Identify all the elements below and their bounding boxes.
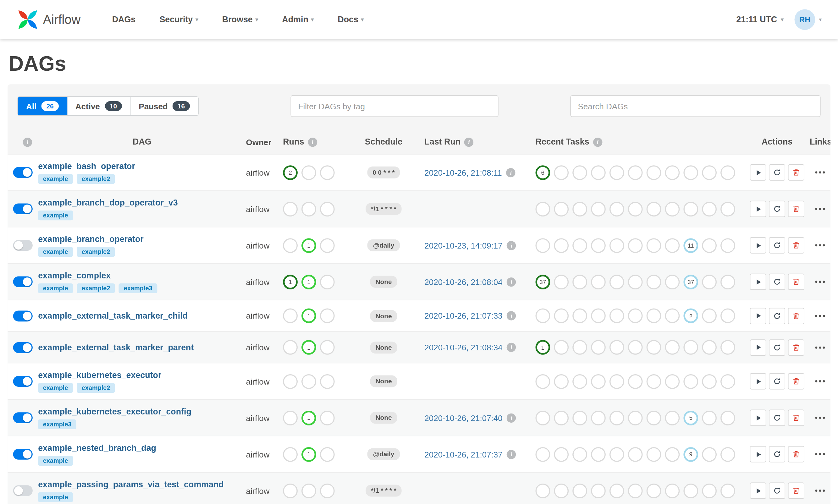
task-status-circle[interactable] (702, 374, 717, 389)
run-status-circle[interactable]: 1 (301, 274, 316, 289)
task-status-circle[interactable] (646, 165, 661, 180)
delete-dag-button[interactable] (788, 373, 804, 390)
task-status-circle[interactable] (702, 165, 717, 180)
schedule-badge[interactable]: None (370, 412, 397, 424)
run-status-circle[interactable] (283, 340, 298, 355)
run-status-circle[interactable]: 1 (283, 274, 298, 289)
task-status-circle[interactable] (591, 410, 606, 425)
task-status-circle[interactable] (702, 340, 717, 355)
task-status-circle[interactable] (572, 309, 587, 323)
task-status-circle[interactable] (536, 238, 550, 253)
task-status-circle[interactable] (646, 309, 661, 323)
task-status-circle[interactable] (628, 238, 643, 253)
task-status-circle[interactable] (572, 165, 587, 180)
task-status-circle[interactable] (554, 374, 569, 389)
run-status-circle[interactable] (320, 201, 335, 216)
task-status-circle[interactable] (665, 340, 680, 355)
run-status-circle[interactable] (320, 374, 335, 389)
refresh-dag-button[interactable] (769, 373, 785, 390)
trigger-dag-button[interactable] (750, 164, 766, 181)
task-status-circle[interactable] (720, 165, 735, 180)
task-status-circle[interactable] (628, 447, 643, 462)
nav-item-browse[interactable]: Browse▾ (222, 15, 258, 24)
dag-tag[interactable]: example2 (77, 247, 115, 256)
task-status-circle[interactable] (646, 340, 661, 355)
links-menu[interactable] (814, 204, 826, 213)
run-status-circle[interactable]: 1 (301, 447, 316, 462)
dag-tag[interactable]: example (38, 247, 73, 256)
task-status-circle[interactable] (591, 238, 606, 253)
task-status-circle[interactable] (554, 410, 569, 425)
task-status-circle[interactable]: 37 (536, 274, 550, 289)
refresh-dag-button[interactable] (769, 308, 785, 324)
run-status-circle[interactable] (283, 410, 298, 425)
delete-dag-button[interactable] (788, 164, 804, 181)
dag-pause-toggle[interactable] (13, 276, 33, 287)
dag-tag[interactable]: example (38, 174, 73, 183)
dag-tag[interactable]: example2 (77, 174, 115, 183)
task-status-circle[interactable]: 37 (683, 274, 698, 289)
task-status-circle[interactable] (720, 447, 735, 462)
task-status-circle[interactable] (591, 309, 606, 323)
filter-tab-active[interactable]: Active10 (67, 97, 130, 115)
task-status-circle[interactable]: 2 (683, 309, 698, 323)
schedule-badge[interactable]: @daily (368, 239, 399, 251)
task-status-circle[interactable] (554, 309, 569, 323)
task-status-circle[interactable] (720, 374, 735, 389)
run-status-circle[interactable] (320, 447, 335, 462)
schedule-badge[interactable]: None (370, 341, 397, 353)
refresh-dag-button[interactable] (769, 164, 785, 181)
schedule-badge[interactable]: 0 0 * * * (367, 166, 400, 179)
dag-tag[interactable]: example (38, 492, 73, 502)
trigger-dag-button[interactable] (750, 308, 766, 324)
task-status-circle[interactable] (720, 340, 735, 355)
task-status-circle[interactable] (536, 374, 550, 389)
task-status-circle[interactable] (628, 374, 643, 389)
task-status-circle[interactable] (646, 447, 661, 462)
nav-item-security[interactable]: Security▾ (159, 15, 198, 24)
task-status-circle[interactable] (554, 274, 569, 289)
dag-pause-toggle[interactable] (13, 412, 33, 423)
dag-link[interactable]: example_passing_params_via_test_command (38, 480, 224, 489)
dag-tag[interactable]: example3 (38, 419, 76, 429)
refresh-dag-button[interactable] (769, 446, 785, 463)
task-status-circle[interactable] (683, 374, 698, 389)
dag-link[interactable]: example_nested_branch_dag (38, 443, 156, 453)
task-status-circle[interactable] (591, 165, 606, 180)
dag-link[interactable]: example_external_task_marker_child (38, 311, 188, 321)
task-status-circle[interactable] (702, 410, 717, 425)
tag-filter-input[interactable] (290, 95, 498, 117)
dag-tag[interactable]: example (38, 456, 73, 465)
task-status-circle[interactable] (628, 483, 643, 498)
task-status-circle[interactable] (609, 238, 624, 253)
dag-pause-toggle[interactable] (13, 342, 33, 353)
refresh-dag-button[interactable] (769, 237, 785, 254)
task-status-circle[interactable] (646, 201, 661, 216)
run-status-circle[interactable] (320, 410, 335, 425)
refresh-dag-button[interactable] (769, 274, 785, 290)
dag-pause-toggle[interactable] (13, 485, 33, 496)
task-status-circle[interactable] (702, 201, 717, 216)
links-menu[interactable] (814, 486, 826, 495)
last-run-link[interactable]: 2020-10-26, 21:08:34 (424, 343, 502, 352)
dag-pause-toggle[interactable] (13, 376, 33, 387)
filter-tab-all[interactable]: All26 (18, 97, 67, 115)
task-status-circle[interactable] (665, 374, 680, 389)
task-status-circle[interactable] (665, 483, 680, 498)
task-status-circle[interactable] (702, 447, 717, 462)
task-status-circle[interactable] (665, 410, 680, 425)
dag-pause-toggle[interactable] (13, 449, 33, 460)
task-status-circle[interactable] (591, 483, 606, 498)
delete-dag-button[interactable] (788, 446, 804, 463)
run-status-circle[interactable]: 1 (301, 238, 316, 253)
task-status-circle[interactable] (609, 165, 624, 180)
task-status-circle[interactable] (572, 201, 587, 216)
dag-pause-toggle[interactable] (13, 167, 33, 178)
task-status-circle[interactable] (554, 201, 569, 216)
run-status-circle[interactable] (283, 238, 298, 253)
task-status-circle[interactable] (683, 201, 698, 216)
dag-pause-toggle[interactable] (13, 310, 33, 321)
last-run-link[interactable]: 2020-10-26, 21:08:11 (424, 168, 502, 177)
links-menu[interactable] (814, 343, 826, 352)
links-menu[interactable] (814, 414, 826, 422)
